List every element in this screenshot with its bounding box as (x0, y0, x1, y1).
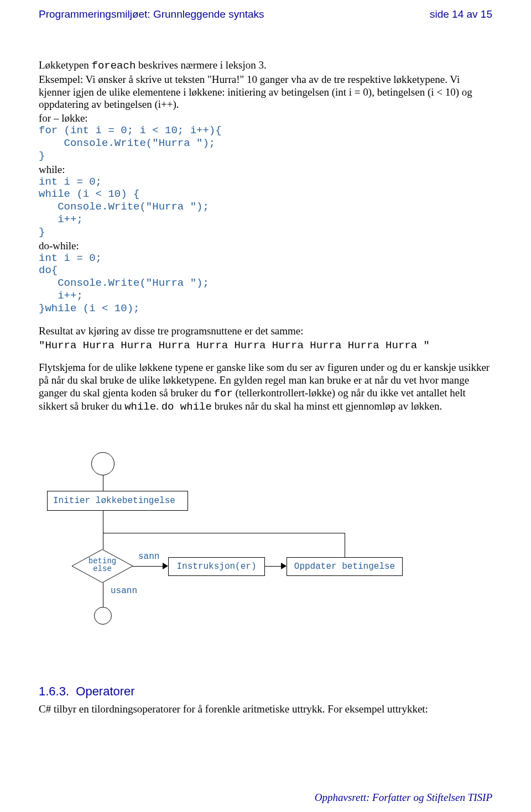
for-label: for – løkke: (39, 112, 492, 124)
while-label: while: (39, 164, 492, 176)
flowchart-decision-diamond: beting else (72, 549, 133, 583)
flowchart-feedback-line (103, 533, 345, 533)
dowhile-code: int i = 0; do{ Console.Write("Hurra "); … (39, 252, 492, 315)
result-output: "Hurra Hurra Hurra Hurra Hurra Hurra Hur… (39, 339, 492, 352)
flowchart-update-label: Oppdater betingelse (294, 562, 395, 572)
flowchart-line (103, 475, 103, 491)
flowchart-init-label: Initier løkkebetingelse (53, 496, 175, 506)
flowchart-line (103, 511, 103, 554)
foreach-keyword: foreach (92, 60, 136, 72)
dowhile-keyword: do while (162, 401, 212, 413)
flowchart: Initier løkkebetingelse beting else sann… (39, 452, 492, 646)
flowchart-update-box: Oppdater betingelse (287, 557, 403, 576)
explain-c: . (156, 400, 162, 412)
while-code: int i = 0; while (i < 10) { Console.Writ… (39, 176, 492, 239)
flowchart-feedback-line (345, 533, 345, 557)
flowchart-init-box: Initier løkkebetingelse (47, 491, 188, 511)
header-title: Programmeringsmiljøet: Grunnleggende syn… (39, 8, 264, 20)
flowchart-arrow-right-icon (163, 563, 168, 569)
flowchart-line (103, 583, 103, 607)
header-page-number: side 14 av 15 (430, 8, 492, 20)
intro-paragraph: Eksempel: Vi ønsker å skrive ut teksten … (39, 74, 492, 111)
explain-d: brukes når du skal ha minst ett gjennoml… (212, 400, 442, 412)
flowchart-instruction-label: Instruksjon(er) (176, 562, 256, 572)
flowchart-cond-label2: else (93, 564, 112, 573)
flowchart-instruction-box: Instruksjon(er) (168, 557, 265, 576)
flowchart-false-label: usann (111, 586, 137, 596)
for-code: for (int i = 0; i < 10; i++){ Console.Wr… (39, 124, 492, 162)
flowchart-arrow-right-icon (281, 563, 287, 569)
intro-line1-a: Løkketypen (39, 59, 92, 71)
flowchart-end-circle (94, 607, 112, 625)
subsection-heading: 1.6.3. Operatorer (39, 684, 492, 699)
while-keyword: while (124, 401, 156, 413)
for-keyword: for (214, 387, 233, 400)
flowchart-true-label: sann (138, 552, 159, 562)
subsection-number: 1.6.3. (39, 684, 69, 698)
intro-line1: Løkketypen foreach beskrives nærmere i l… (39, 59, 492, 72)
result-label: Resultat av kjøring av disse tre program… (39, 325, 492, 338)
flowchart-line (133, 566, 166, 567)
subsection-title: Operatorer (76, 684, 134, 698)
dowhile-label: do-while: (39, 240, 492, 252)
explain-paragraph: Flytskjema for de ulike løkkene typene e… (39, 362, 492, 413)
subsection-text: C# tilbyr en tilordningsoperatorer for å… (39, 703, 492, 716)
page-header: Programmeringsmiljøet: Grunnleggende syn… (39, 8, 492, 20)
page-footer: Opphavsrett: Forfatter og Stiftelsen TIS… (315, 792, 492, 804)
intro-line1-b: beskrives nærmere i leksjon 3. (136, 59, 266, 71)
flowchart-start-circle (91, 452, 114, 475)
